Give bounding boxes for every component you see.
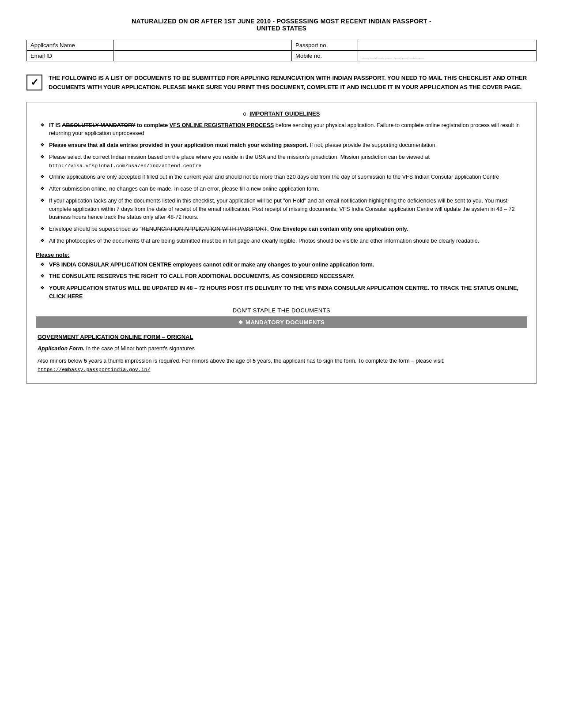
intro-section: THE FOLLOWING IS A LIST OF DOCUMENTS TO … [26, 74, 537, 92]
gov-form-desc: Application Form. In the case of Minor b… [38, 345, 525, 353]
bullet-3: Please select the correct Indian mission… [40, 153, 527, 170]
applicant-name-label: Applicant's Name [27, 40, 113, 51]
bullet-4: Online applications are only accepted if… [40, 173, 527, 181]
passport-no-value[interactable] [358, 40, 537, 51]
bullet-2-rest: If not, please provide the supporting do… [310, 142, 437, 148]
please-note-bullet-1: VFS INDIA CONSULAR APPLICATION CENTRE em… [40, 261, 527, 269]
checkbox-icon [26, 75, 42, 90]
please-note-bullet-3: YOUR APPLICATION STATUS WILL BE UPDATED … [40, 284, 527, 301]
title-line2: UNITED STATES [26, 25, 537, 32]
guidelines-title: o IMPORTANT GUIDELINES [36, 110, 527, 117]
bullet-1: IT IS ABSOLUTELY MANDATORY to complete V… [40, 121, 527, 138]
please-note-title: Please note: [36, 251, 527, 258]
bullet-7-bold: . One Envelope can contain only one appl… [267, 226, 408, 232]
bullet-5: After submission online, no changes can … [40, 185, 527, 193]
gov-form-desc-italic: Application Form. [38, 345, 84, 352]
bullet-6: If your application lacks any of the doc… [40, 197, 527, 221]
dont-staple-text: DON'T STAPLE THE DOCUMENTS [36, 307, 527, 314]
bullet-1-bold: IT IS ABSOLUTELY MANDATORY to complete V… [49, 122, 274, 128]
gov-form-note-bold1: 5 [84, 358, 87, 364]
bullet-3-link: http://visa.vfsglobal.com/usa/en/ind/att… [49, 163, 201, 169]
bullet-2-bold: Please ensure that all data entries prov… [49, 142, 308, 148]
bullet-5-text: After submission online, no changes can … [49, 186, 319, 192]
header-table: Applicant's Name Passport no. Email ID M… [26, 40, 537, 61]
bullet-2: Please ensure that all data entries prov… [40, 141, 527, 150]
bullet-7: Envelope should be superscribed as "RENU… [40, 225, 527, 233]
main-box: o IMPORTANT GUIDELINES IT IS ABSOLUTELY … [26, 102, 537, 384]
title-line1: NATURALIZED ON OR AFTER 1ST JUNE 2010 - … [26, 18, 537, 25]
applicant-name-value[interactable] [113, 40, 292, 51]
mobile-no-label: Mobile no. [292, 51, 358, 61]
gov-form-note-text: Also minors below [38, 358, 84, 364]
intro-text: THE FOLLOWING IS A LIST OF DOCUMENTS TO … [49, 74, 537, 92]
gov-form-title: GOVERNMENT APPLICATION ONLINE FORM – ORI… [38, 334, 525, 340]
bullet-6-text: If your application lacks any of the doc… [49, 198, 515, 221]
bullet-4-text: Online applications are only accepted if… [49, 174, 499, 180]
bullet-8: All the photocopies of the documents tha… [40, 237, 527, 245]
gov-form-note: Also minors below 5 years a thumb impres… [38, 357, 525, 374]
gov-form-note-link[interactable]: https://embassy.passportindia.gov.in/ [38, 367, 150, 372]
please-note-bullet-2: THE CONSULATE RESERVES THE RIGHT TO CALL… [40, 272, 527, 281]
please-note-2-text: THE CONSULATE RESERVES THE RIGHT TO CALL… [49, 273, 355, 279]
please-note-section: Please note: VFS INDIA CONSULAR APPLICAT… [36, 251, 527, 301]
please-note-1-text: VFS INDIA CONSULAR APPLICATION CENTRE em… [49, 262, 374, 268]
mandatory-bar: ❖ MANDATORY DOCUMENTS [36, 316, 527, 328]
bullet-7-normal: Envelope should be superscribed as " [49, 226, 141, 232]
gov-form-note-rest: years a thumb impression is required. Fo… [87, 358, 253, 364]
click-here-link[interactable]: CLICK HERE [49, 293, 83, 300]
guidelines-title-text: IMPORTANT GUIDELINES [249, 110, 320, 117]
bullet-3-text: Please select the correct Indian mission… [49, 154, 430, 160]
bullet-7-strikethrough: RENUNCIATION APPLICATION WITH PASSPORT [141, 226, 267, 232]
email-id-label: Email ID [27, 51, 113, 61]
mobile-no-value[interactable]: __ __ __ __ __ __ __ __ [358, 51, 537, 61]
gov-form-note-rest2: years, the applicant has to sign the for… [256, 358, 445, 364]
page-title: NATURALIZED ON OR AFTER 1ST JUNE 2010 - … [26, 18, 537, 32]
gov-form-desc-rest: In the case of Minor both parent's signa… [86, 345, 195, 352]
gov-form-section: GOVERNMENT APPLICATION ONLINE FORM – ORI… [36, 328, 527, 375]
passport-no-label: Passport no. [292, 40, 358, 51]
please-note-bullet-list: VFS INDIA CONSULAR APPLICATION CENTRE em… [36, 261, 527, 301]
please-note-3-text: YOUR APPLICATION STATUS WILL BE UPDATED … [49, 285, 518, 300]
email-id-value[interactable] [113, 51, 292, 61]
bullet-8-text: All the photocopies of the documents tha… [49, 238, 479, 244]
gov-form-note-bold2: 5 [253, 358, 256, 364]
bullet-list: IT IS ABSOLUTELY MANDATORY to complete V… [36, 121, 527, 245]
